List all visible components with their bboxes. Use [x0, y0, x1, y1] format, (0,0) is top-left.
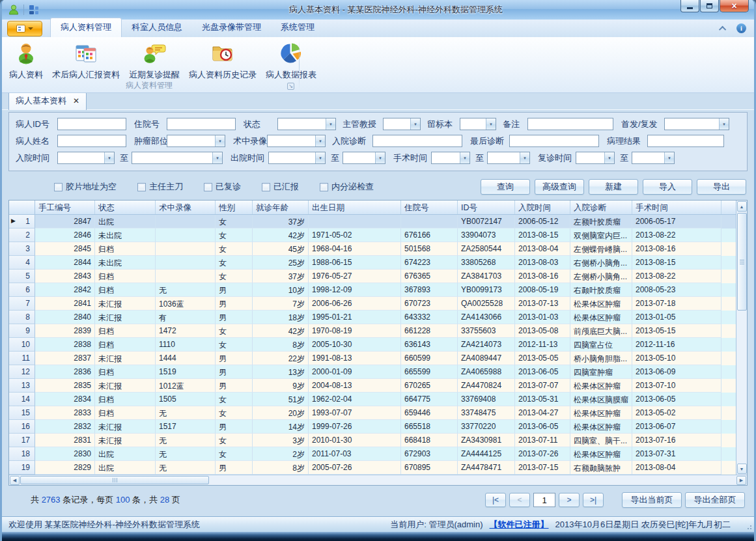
- table-row[interactable]: 52843归档女37岁1976-05-27676365ZA38417032013…: [9, 270, 736, 283]
- ribbon-tab-1[interactable]: 病人资料管理: [50, 18, 122, 38]
- export-all-pages-button[interactable]: 导出全部页: [685, 492, 745, 508]
- intraop-video-combo[interactable]: ▼: [267, 135, 326, 147]
- first-page-button[interactable]: |<: [485, 493, 506, 507]
- table-row[interactable]: 42844未出院女25岁1988-06-15674223338052682013…: [9, 256, 736, 270]
- table-row[interactable]: 92839归档1472女42岁1970-08-19661228337556032…: [9, 324, 736, 338]
- checkbox-label: 胶片地址为空: [66, 181, 117, 193]
- maximize-button[interactable]: [700, 0, 719, 12]
- status-combo[interactable]: ▼: [277, 118, 336, 130]
- ribbon-collapse-icon[interactable]: [719, 25, 726, 33]
- table-row[interactable]: 62842归档无男10岁1998-12-09367893YB0099173200…: [9, 283, 736, 297]
- column-header-11[interactable]: 手术时间: [632, 201, 721, 214]
- table-row[interactable]: 172831未汇报无女3岁2010-01-30668418ZA343098120…: [9, 434, 736, 447]
- last-page-button[interactable]: >|: [583, 493, 604, 507]
- table-cell: 归档: [95, 393, 156, 406]
- table-row[interactable]: 132835未汇报1012蓝男9岁2004-08-13670265ZA44708…: [9, 379, 736, 393]
- new-button[interactable]: 新建: [589, 179, 638, 195]
- info-icon[interactable]: i: [736, 23, 746, 33]
- chief-professor-combo[interactable]: ▼: [383, 118, 421, 130]
- checkbox-1[interactable]: 胶片地址为空: [54, 181, 117, 193]
- dialog-launcher-icon[interactable]: ↘: [287, 83, 294, 90]
- checkbox-5[interactable]: 内分泌检查: [320, 181, 374, 193]
- discharge-date-from-combo[interactable]: ▼: [268, 152, 326, 164]
- table-row[interactable]: 102838归档1110女8岁2005-10-30636143ZA4214073…: [9, 338, 736, 352]
- column-header-9[interactable]: 入院时间: [515, 201, 570, 214]
- column-header-6[interactable]: 出生日期: [309, 201, 401, 214]
- ribbon-panel: 病人资料术后病人汇报资料近期复诊提醒病人资料历史记录病人数据报表 病人资料管理 …: [2, 37, 754, 93]
- revisit-reminder-tool-button[interactable]: 近期复诊提醒: [124, 40, 184, 82]
- page-number-input[interactable]: [533, 493, 555, 507]
- revisit-date-to-combo[interactable]: ▼: [632, 152, 675, 164]
- column-header-4[interactable]: 性别: [216, 201, 253, 214]
- scroll-up-icon[interactable]: ▲: [737, 201, 747, 212]
- column-header-5[interactable]: 就诊年龄: [253, 201, 309, 214]
- scroll-right-icon[interactable]: ▶: [736, 476, 746, 485]
- column-header-8[interactable]: ID号: [458, 201, 515, 214]
- table-row[interactable]: 122836归档1519男13岁2000-01-09665599ZA406598…: [9, 365, 736, 379]
- admission-date-to-combo[interactable]: ▼: [132, 152, 223, 164]
- scroll-down-icon[interactable]: ▼: [737, 464, 747, 474]
- table-row[interactable]: 82840未汇报有男18岁1995-01-21643332ZA414306620…: [9, 311, 736, 324]
- admission-date-from-combo[interactable]: ▼: [57, 152, 115, 164]
- patient-tool-button[interactable]: 病人资料: [5, 40, 48, 82]
- vertical-scroll-thumb[interactable]: [737, 213, 747, 311]
- horizontal-scroll-thumb[interactable]: [20, 476, 209, 484]
- ribbon-tab-3[interactable]: 光盘录像带管理: [192, 18, 271, 37]
- horizontal-scrollbar[interactable]: ◀ ▶: [9, 475, 747, 485]
- admission-no-input[interactable]: [167, 118, 236, 130]
- resize-grip-icon[interactable]: [745, 523, 751, 529]
- table-row[interactable]: 192829出院无男8岁2005-07-26670895ZA4478471201…: [9, 461, 736, 475]
- surgery-date-from-combo[interactable]: ▼: [431, 152, 470, 164]
- ribbon-tab-4[interactable]: 系统管理: [271, 18, 324, 37]
- checkbox-4[interactable]: 已汇报: [262, 181, 299, 193]
- app-layout-icon[interactable]: [28, 4, 40, 16]
- table-row[interactable]: ▶12847出院女37岁YB00721472006-05-12左额叶胶质瘤200…: [9, 215, 736, 229]
- vertical-scrollbar[interactable]: ▲ ▼: [736, 201, 747, 475]
- revisit-date-from-combo[interactable]: ▼: [576, 152, 615, 164]
- previous-page-button[interactable]: <: [509, 493, 530, 507]
- app-menu-button[interactable]: [7, 21, 42, 36]
- registered-link[interactable]: 【软件已注册】: [490, 519, 549, 531]
- column-header-2[interactable]: 状态: [95, 201, 156, 214]
- advanced-query-button[interactable]: 高级查询: [535, 179, 584, 195]
- table-row[interactable]: 142834归档1505女51岁1962-02-0466477533769408…: [9, 393, 736, 406]
- table-row[interactable]: 162832未汇报1517男14岁1999-07-266655183377022…: [9, 420, 736, 434]
- table-row[interactable]: 112837未汇报1444男22岁1991-08-13660599ZA40894…: [9, 352, 736, 365]
- table-row[interactable]: 182830出院无女2岁2011-07-03672903ZA4444125201…: [9, 447, 736, 461]
- table-row[interactable]: 152833归档无女20岁1993-07-0765944633748475201…: [9, 406, 736, 420]
- patient-name-input[interactable]: [57, 135, 126, 147]
- export-button[interactable]: 导出: [697, 179, 746, 195]
- specimen-kept-combo[interactable]: ▼: [460, 118, 496, 130]
- checkbox-3[interactable]: 已复诊: [204, 181, 241, 193]
- export-current-page-button[interactable]: 导出当前页: [622, 492, 682, 508]
- scroll-left-icon[interactable]: ◀: [10, 476, 20, 485]
- column-header-1[interactable]: 手工编号: [35, 201, 95, 214]
- ribbon-tab-2[interactable]: 科室人员信息: [122, 18, 192, 37]
- history-folder-tool-button[interactable]: 病人资料历史记录: [184, 40, 261, 82]
- tumor-site-combo[interactable]: ▼: [167, 135, 225, 147]
- surgery-date-to-combo[interactable]: ▼: [487, 152, 530, 164]
- tab-patient-basic-info[interactable]: 病人基本资料 ✕: [8, 93, 87, 110]
- discharge-date-to-combo[interactable]: ▼: [343, 152, 385, 164]
- checkbox-2[interactable]: 主任主刀: [137, 181, 183, 193]
- minimize-button[interactable]: [680, 0, 699, 12]
- table-row[interactable]: 72841未汇报1036蓝男7岁2006-06-26670723QA002552…: [9, 297, 736, 311]
- pie-report-tool-button[interactable]: 病人数据报表: [261, 40, 321, 82]
- table-row[interactable]: 32845归档女45岁1968-04-16501568ZA25805442013…: [9, 242, 736, 256]
- column-header-3[interactable]: 术中录像: [156, 201, 216, 214]
- column-header-7[interactable]: 住院号: [401, 201, 458, 214]
- query-button[interactable]: 查询: [481, 179, 530, 195]
- final-diagnosis-input[interactable]: [509, 135, 599, 147]
- close-button[interactable]: ×: [720, 0, 749, 12]
- admission-diagnosis-input[interactable]: [372, 135, 462, 147]
- column-header-10[interactable]: 入院诊断: [570, 201, 632, 214]
- tab-close-icon[interactable]: ✕: [73, 98, 79, 104]
- postop-report-tool-button[interactable]: 术后病人汇报资料: [48, 40, 124, 82]
- pathology-result-input[interactable]: [647, 135, 724, 147]
- next-page-button[interactable]: >: [559, 493, 580, 507]
- first-or-recurrence-combo[interactable]: ▼: [664, 118, 729, 130]
- import-button[interactable]: 导入: [643, 179, 692, 195]
- patient-id-input[interactable]: [57, 118, 126, 130]
- table-row[interactable]: 22846未出院女42岁1971-05-02676166339040732013…: [9, 229, 736, 242]
- remarks-input[interactable]: [527, 118, 613, 130]
